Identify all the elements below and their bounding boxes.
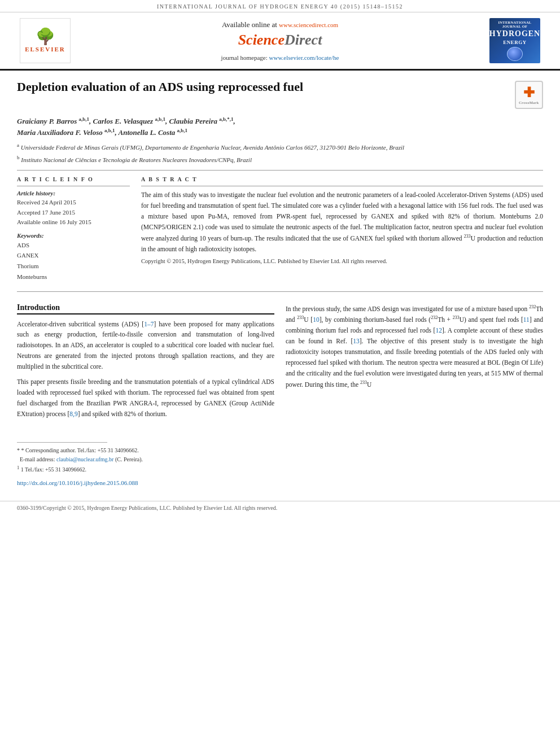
authors-line: Graiciany P. Barros a,b,1, Carlos E. Vel… bbox=[17, 116, 543, 138]
crossmark-box: ✚ CrossMark bbox=[515, 78, 543, 109]
journal-title-bar: INTERNATIONAL JOURNAL OF HYDROGEN ENERGY… bbox=[157, 3, 403, 10]
sciencedirect-logo: ScienceDirect bbox=[238, 32, 322, 49]
main-content: Depletion evaluation of an ADS using rep… bbox=[0, 71, 560, 495]
intro-ref-11[interactable]: 11 bbox=[523, 316, 530, 323]
elsevier-text: ELSEVIER bbox=[25, 46, 65, 53]
keywords-list: ADS GANEX Thorium Monteburns bbox=[17, 240, 130, 282]
journal-top-bar: INTERNATIONAL JOURNAL OF HYDROGEN ENERGY… bbox=[0, 0, 560, 12]
keywords-label: Keywords: bbox=[17, 232, 130, 239]
science-text: Science bbox=[238, 32, 285, 48]
footnote-tel: 1 1 Tel./fax: +55 31 34096662. bbox=[17, 464, 274, 474]
elsevier-logo-img: 🌳 ELSEVIER bbox=[20, 18, 71, 63]
affiliation-a: a Universidade Federal de Minas Gerais (… bbox=[17, 142, 543, 152]
abstract-column: A B S T R A C T The aim of this study wa… bbox=[141, 176, 543, 282]
hydrogen-journal-logo-box: International Journal of HYDROGEN ENERGY bbox=[481, 18, 549, 63]
crossmark-symbol: ✚ bbox=[523, 85, 535, 101]
journal-header: 🌳 ELSEVIER Available online at www.scien… bbox=[0, 12, 560, 71]
intro-left-column: Introduction Accelerator-driven subcriti… bbox=[17, 303, 274, 487]
accepted-date: Accepted 17 June 2015 bbox=[17, 209, 75, 216]
intro-para-2: This paper presents fissile breeding and… bbox=[17, 377, 274, 420]
keyword-ganex: GANEX bbox=[17, 252, 39, 259]
divider-after-affiliations bbox=[17, 170, 543, 171]
hydrogen-main-text: HYDROGEN bbox=[489, 29, 540, 38]
journal-homepage: journal homepage: www.elsevier.com/locat… bbox=[221, 54, 339, 61]
affiliation-b: b Instituto Nacional de Ciências e Tecno… bbox=[17, 154, 543, 164]
intro-ref-13[interactable]: 13 bbox=[353, 338, 360, 344]
hydrogen-intl-text: International Journal of bbox=[492, 20, 538, 28]
footnotes-area: * * Corresponding author. Tel./fax: +55 … bbox=[17, 442, 274, 487]
keyword-monteburns: Monteburns bbox=[17, 273, 47, 280]
keyword-ads: ADS bbox=[17, 242, 29, 248]
article-info-divider bbox=[17, 186, 130, 186]
intro-ref-8-9[interactable]: 8,9 bbox=[69, 410, 77, 417]
abstract-heading: A B S T R A C T bbox=[141, 176, 543, 182]
crossmark-icon[interactable]: ✚ CrossMark bbox=[515, 81, 543, 109]
divider-before-intro bbox=[17, 291, 543, 292]
doi-line: http://dx.doi.org/10.1016/j.ijhydene.201… bbox=[17, 478, 274, 487]
journal-homepage-link[interactable]: www.elsevier.com/locate/he bbox=[269, 54, 339, 61]
keyword-thorium: Thorium bbox=[17, 263, 39, 269]
intro-para-1: Accelerator-driven subcritical systems (… bbox=[17, 319, 274, 373]
article-history-label: Article history: bbox=[17, 190, 130, 196]
intro-right-para-1: In the previous study, the same ADS desi… bbox=[286, 303, 543, 390]
intro-right-column: In the previous study, the same ADS desi… bbox=[286, 303, 543, 487]
hydrogen-circle-icon bbox=[507, 47, 523, 61]
sciencedirect-url-link[interactable]: www.sciencedirect.com bbox=[279, 21, 338, 28]
hydrogen-journal-logo: International Journal of HYDROGEN ENERGY bbox=[489, 18, 540, 63]
article-info-column: A R T I C L E I N F O Article history: R… bbox=[17, 176, 130, 282]
elsevier-logo-box: 🌳 ELSEVIER bbox=[11, 18, 79, 63]
doi-link[interactable]: http://dx.doi.org/10.1016/j.ijhydene.201… bbox=[17, 479, 138, 486]
hydrogen-energy-text: ENERGY bbox=[503, 40, 527, 45]
intro-ref-1-7[interactable]: 1–7 bbox=[144, 321, 154, 327]
paper-title: Depletion evaluation of an ADS using rep… bbox=[17, 78, 506, 95]
available-online-text: Available online at www.sciencedirect.co… bbox=[222, 20, 338, 29]
introduction-heading: Introduction bbox=[17, 303, 274, 314]
article-dates: Received 24 April 2015 Accepted 17 June … bbox=[17, 198, 130, 228]
intro-ref-12[interactable]: 12 bbox=[435, 327, 442, 334]
abstract-copyright: Copyright © 2015, Hydrogen Energy Public… bbox=[141, 258, 543, 264]
abstract-text: The aim of this study was to investigate… bbox=[141, 190, 543, 255]
email-link[interactable]: claubia@nuclear.ufmg.br bbox=[56, 456, 113, 462]
direct-text: Direct bbox=[285, 32, 322, 48]
center-header: Available online at www.sciencedirect.co… bbox=[85, 18, 475, 63]
elsevier-tree-icon: 🌳 bbox=[36, 29, 55, 45]
available-date: Available online 16 July 2015 bbox=[17, 219, 91, 225]
paper-title-row: Depletion evaluation of an ADS using rep… bbox=[17, 78, 543, 109]
article-info-abstract-columns: A R T I C L E I N F O Article history: R… bbox=[17, 176, 543, 282]
abstract-divider bbox=[141, 186, 543, 186]
issn-copyright: 0360-3199/Copyright © 2015, Hydrogen Ene… bbox=[17, 505, 277, 511]
footnote-email: E-mail address: claubia@nuclear.ufmg.br … bbox=[17, 455, 274, 464]
article-info-heading: A R T I C L E I N F O bbox=[17, 176, 130, 182]
crossmark-label: CrossMark bbox=[519, 101, 539, 105]
footnote-divider bbox=[17, 442, 107, 443]
received-date: Received 24 April 2015 bbox=[17, 199, 76, 206]
intro-ref-10[interactable]: 10 bbox=[313, 316, 320, 323]
introduction-section: Introduction Accelerator-driven subcriti… bbox=[17, 303, 543, 487]
footnote-corresponding: * * Corresponding author. Tel./fax: +55 … bbox=[17, 446, 274, 455]
bottom-bar: 0360-3199/Copyright © 2015, Hydrogen Ene… bbox=[0, 501, 560, 514]
